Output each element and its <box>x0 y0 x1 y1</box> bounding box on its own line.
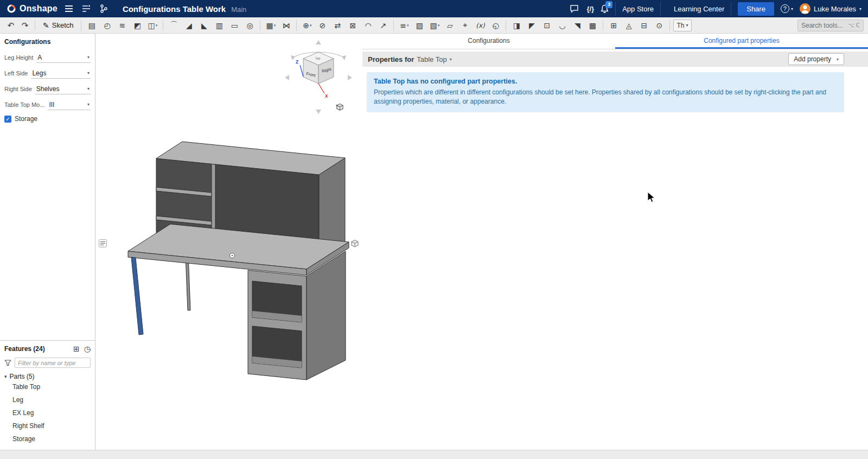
fillet-icon[interactable]: ⌒ <box>167 19 181 32</box>
new-folder-icon[interactable]: ⊞ <box>73 345 80 353</box>
config-row: Table Top Mo... III ▾ <box>4 99 91 110</box>
flange-icon[interactable]: ◤ <box>525 19 539 32</box>
chevron-down-icon: ▾ <box>407 23 409 28</box>
onshape-logo[interactable]: Onshape <box>7 4 58 14</box>
search-tools-input[interactable]: Search tools... ⌥ C <box>797 20 864 31</box>
chamfer-icon[interactable]: ◢ <box>182 19 196 32</box>
model-viewport[interactable]: Top Front Right Z X <box>95 34 362 450</box>
view-rotate-up-arrow[interactable] <box>316 40 321 44</box>
document-panel-icon[interactable] <box>80 3 92 15</box>
toolbar-separator <box>603 20 603 31</box>
chevron-down-icon: ▾ <box>791 7 793 11</box>
corner-icon[interactable]: ◥ <box>570 19 584 32</box>
helix-icon[interactable]: ◵ <box>488 19 502 32</box>
user-menu-button[interactable]: Luke Morales ▾ <box>800 3 861 14</box>
right-side-select[interactable]: Shelves ▾ <box>35 84 91 94</box>
mirror-icon[interactable]: ⋈ <box>279 19 293 32</box>
variable-icon[interactable]: (x) <box>473 19 487 32</box>
tab-configurations[interactable]: Configurations <box>362 34 615 49</box>
tab-configured-part-properties[interactable]: Configured part properties <box>615 34 868 49</box>
shell-icon[interactable]: ▭ <box>227 19 241 32</box>
sketch-button[interactable]: ✎ Sketch <box>39 19 78 32</box>
custom-feature-th-button[interactable]: Th ▾ <box>673 20 691 31</box>
user-icon <box>800 3 810 14</box>
help-menu-button[interactable]: ? ▾ <box>781 4 793 13</box>
checkbox-checked-icon[interactable]: ✓ <box>4 116 11 123</box>
tree-item-leg[interactable]: Leg <box>4 393 91 406</box>
tree-item-table-top[interactable]: Table Top <box>4 380 91 393</box>
tree-item-storage[interactable]: Storage <box>4 432 91 445</box>
user-name: Luke Morales <box>814 5 856 13</box>
storage-checkbox-row[interactable]: ✓ Storage <box>4 115 91 123</box>
filter-funnel-icon[interactable] <box>4 360 11 366</box>
versions-icon[interactable] <box>98 3 110 15</box>
frame-icon[interactable]: ⊞ <box>607 19 621 32</box>
view-options-button[interactable]: ▾ <box>336 103 338 108</box>
comments-icon[interactable] <box>568 3 580 15</box>
parts-flyout-button[interactable] <box>350 239 360 248</box>
mate-connector-icon[interactable]: ⌖ <box>458 19 472 32</box>
transform-icon[interactable]: ⇄ <box>330 19 344 32</box>
thicken-icon[interactable]: ◫▾ <box>145 19 159 32</box>
desk-model[interactable] <box>128 142 349 380</box>
feature-filter-input[interactable] <box>15 358 91 368</box>
chevron-down-icon: ▾ <box>4 374 7 379</box>
table-top-model-select[interactable]: III ▾ <box>48 99 91 110</box>
fill-surface-icon[interactable]: ▨ <box>412 19 426 32</box>
sweep-icon[interactable]: ≋ <box>115 19 129 32</box>
app-store-link[interactable]: App Store <box>615 2 661 16</box>
extrude-icon[interactable]: ▤ <box>85 19 99 32</box>
document-title: Configurations Table Work <box>123 4 226 14</box>
split-icon[interactable]: ⊘ <box>315 19 329 32</box>
plane-icon[interactable]: ▱ <box>443 19 457 32</box>
selected-part-name[interactable]: Table Top <box>417 55 446 63</box>
leg-height-select[interactable]: A ▾ <box>36 52 91 63</box>
add-property-button[interactable]: Add property ▾ <box>788 53 844 65</box>
right-panel-tabs: Configurations Configured part propertie… <box>362 34 868 49</box>
chevron-down-icon[interactable]: ▾ <box>450 57 452 62</box>
measure-icon[interactable]: ⊙ <box>652 19 666 32</box>
main-menu-icon[interactable] <box>63 3 75 15</box>
revolve-icon[interactable]: ◴ <box>100 19 114 32</box>
tree-item-ex-leg[interactable]: EX Leg <box>4 406 91 419</box>
parts-tree-node[interactable]: ▾ Parts (5) <box>4 373 91 380</box>
draft-icon[interactable]: ◣ <box>197 19 211 32</box>
viewport-canvas[interactable]: Top Front Right Z X <box>95 34 362 450</box>
workspace-name[interactable]: Main <box>231 5 246 14</box>
left-side-select[interactable]: Legs ▾ <box>31 68 91 79</box>
avatar <box>800 3 810 14</box>
modify-fillet-icon[interactable]: ◠ <box>361 19 375 32</box>
boolean-icon[interactable]: ⊕▾ <box>300 19 314 32</box>
learning-center-link[interactable]: Learning Center <box>667 2 731 16</box>
tree-item-right-shelf[interactable]: Right Shelf <box>4 419 91 432</box>
bend-icon[interactable]: ◡ <box>555 19 569 32</box>
sheet-metal-icon[interactable]: ◨ <box>509 19 524 32</box>
trim-frame-icon[interactable]: ⊟ <box>637 19 651 32</box>
surface-tools-icon[interactable]: ▧▾ <box>427 19 442 32</box>
finish-sheet-metal-icon[interactable]: ▩ <box>585 19 599 32</box>
notifications-button[interactable]: 3 <box>601 4 609 14</box>
hole-icon[interactable]: ◎ <box>242 19 257 32</box>
share-button[interactable]: Share <box>738 2 774 16</box>
undo-icon[interactable]: ↶ <box>4 19 17 32</box>
origin-indicator[interactable] <box>230 253 235 258</box>
properties-header: Properties for Table Top ▾ Add property … <box>362 52 868 67</box>
linear-pattern-icon[interactable]: ▦▾ <box>264 19 278 32</box>
offset-surface-icon[interactable]: ≡▾ <box>397 19 411 32</box>
view-rotate-right-arrow[interactable] <box>348 75 352 80</box>
configurations-panel: Configurations Leg Height A ▾ Left Side … <box>0 34 95 340</box>
tab-icon[interactable]: ⊡ <box>540 19 554 32</box>
config-row: Right Side Shelves ▾ <box>4 84 91 94</box>
loft-icon[interactable]: ◩ <box>130 19 144 32</box>
rollback-history-icon[interactable]: ◷ <box>84 345 91 353</box>
featurescript-icon[interactable]: {/} <box>586 5 594 13</box>
features-flyout-button[interactable] <box>99 239 108 248</box>
view-rotate-down-arrow[interactable] <box>316 110 321 114</box>
rib-icon[interactable]: ▥ <box>212 19 226 32</box>
move-face-icon[interactable]: ↗ <box>376 19 390 32</box>
delete-part-icon[interactable]: ⊠ <box>346 19 360 32</box>
redo-icon[interactable]: ↷ <box>18 19 31 32</box>
view-rotate-left-arrow[interactable] <box>285 75 289 80</box>
desk-front-leg-selected[interactable] <box>131 257 143 335</box>
gusset-icon[interactable]: ◬ <box>622 19 636 32</box>
